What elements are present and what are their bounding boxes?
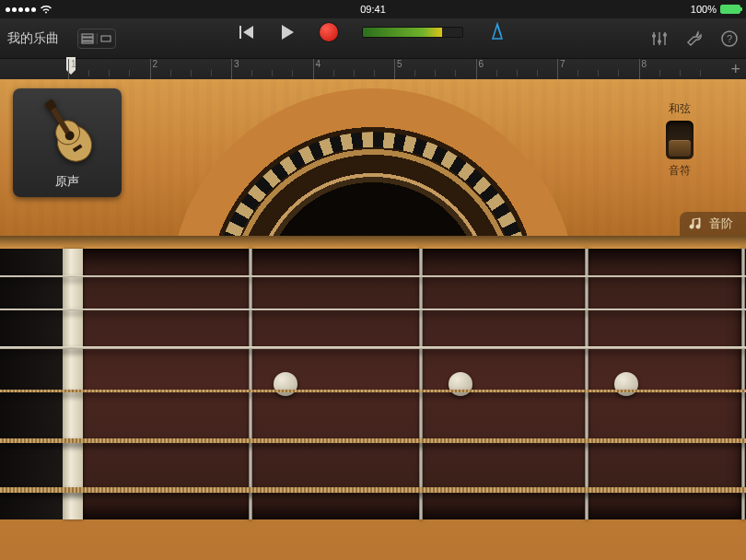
mode-top-label: 和弦 — [669, 101, 691, 117]
battery-icon — [720, 5, 740, 14]
rewind-button[interactable] — [239, 25, 255, 40]
string[interactable] — [0, 275, 746, 277]
fret-marker — [274, 372, 297, 396]
fret-marker — [614, 372, 638, 396]
help-icon: ? — [720, 29, 739, 48]
view-toggle-single[interactable] — [98, 33, 116, 44]
rows-icon — [81, 33, 94, 44]
svg-rect-2 — [82, 41, 93, 43]
string[interactable] — [0, 346, 746, 349]
play-button[interactable] — [279, 24, 296, 41]
svg-line-5 — [497, 26, 501, 35]
status-bar: 09:41 100% — [0, 0, 746, 18]
metronome-icon — [487, 22, 507, 42]
rewind-icon — [239, 25, 255, 40]
scale-button[interactable]: 音阶 — [680, 212, 746, 236]
view-toggle-tracks[interactable] — [78, 33, 98, 44]
single-icon — [100, 33, 111, 44]
song-title[interactable]: 我的乐曲 — [7, 30, 59, 47]
ruler-mark[interactable]: 5 — [394, 59, 402, 79]
status-time: 09:41 — [360, 4, 386, 15]
ruler-mark[interactable]: 8 — [639, 59, 647, 79]
signal-icon — [6, 7, 36, 12]
wifi-icon — [40, 5, 52, 14]
scale-label: 音阶 — [709, 216, 733, 232]
instrument-browser-button[interactable] — [487, 22, 507, 42]
fretboard-area — [0, 236, 746, 560]
string[interactable] — [0, 309, 746, 310]
sliders-icon — [650, 30, 669, 47]
svg-rect-0 — [82, 34, 93, 37]
mode-bottom-label: 音符 — [669, 163, 691, 179]
fret — [741, 249, 745, 519]
fret — [585, 249, 589, 519]
mode-toggle[interactable]: 和弦 音符 — [659, 101, 700, 179]
ruler-mark[interactable]: 7 — [557, 59, 565, 79]
status-left — [6, 5, 52, 14]
fretboard[interactable] — [0, 249, 746, 519]
preset-label: 原声 — [55, 173, 79, 190]
ruler-mark[interactable]: 2 — [150, 59, 158, 79]
control-bar: 我的乐曲 ? — [0, 18, 746, 59]
string[interactable] — [0, 390, 746, 392]
battery-pct: 100% — [691, 4, 717, 15]
guitar-body: 原声 和弦 音符 音阶 — [0, 79, 746, 236]
record-icon — [320, 23, 338, 41]
ruler-mark[interactable]: 1 — [68, 59, 76, 79]
string[interactable] — [0, 438, 746, 443]
fret — [419, 249, 423, 519]
svg-text:?: ? — [727, 33, 732, 44]
svg-point-9 — [658, 40, 661, 43]
nut — [63, 249, 83, 519]
transport — [239, 22, 507, 42]
level-meter — [362, 27, 463, 38]
fret-marker — [449, 372, 472, 396]
right-tools: ? — [650, 29, 739, 48]
ruler-mark[interactable]: 6 — [476, 59, 484, 79]
settings-button[interactable] — [685, 29, 704, 48]
mode-switch[interactable] — [666, 121, 694, 159]
ruler[interactable]: 12345678 + — [0, 59, 746, 79]
ruler-mark[interactable]: 3 — [231, 59, 239, 79]
string[interactable] — [0, 487, 746, 493]
help-button[interactable]: ? — [720, 29, 739, 48]
svg-point-7 — [652, 34, 656, 38]
svg-rect-1 — [82, 38, 93, 41]
svg-rect-4 — [239, 26, 241, 39]
status-right: 100% — [691, 4, 740, 15]
play-icon — [279, 24, 296, 41]
acoustic-guitar-icon — [35, 96, 99, 168]
view-toggle[interactable] — [77, 29, 116, 49]
ruler-track[interactable]: 12345678 — [68, 59, 720, 79]
ruler-mark[interactable]: 4 — [313, 59, 321, 79]
svg-rect-3 — [101, 36, 111, 41]
fret — [249, 249, 252, 519]
mixer-button[interactable] — [650, 30, 669, 47]
add-section-button[interactable]: + — [730, 60, 740, 79]
svg-point-11 — [663, 33, 667, 37]
wrench-icon — [685, 29, 704, 48]
preset-card[interactable]: 原声 — [13, 88, 122, 197]
record-button[interactable] — [320, 23, 338, 41]
notes-icon — [689, 217, 704, 230]
